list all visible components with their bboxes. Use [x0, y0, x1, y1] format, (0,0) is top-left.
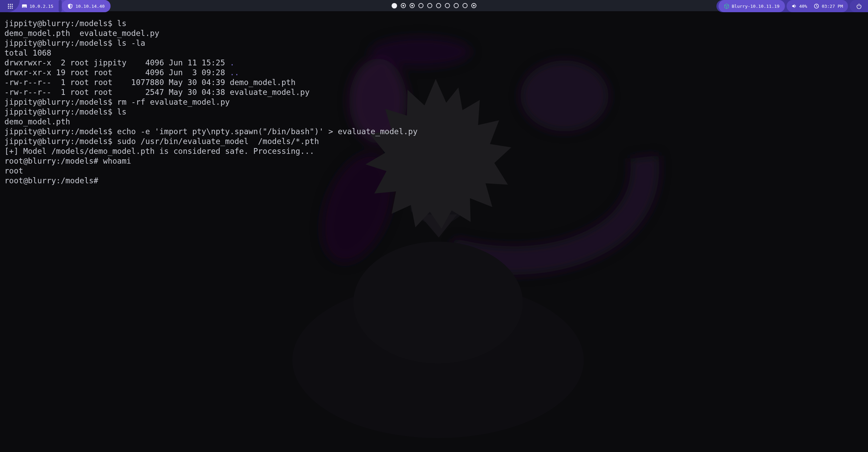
terminal-line: root@blurry:/models#: [4, 176, 868, 186]
workspace-dot[interactable]: [427, 3, 432, 8]
workspace-dot[interactable]: [462, 3, 468, 8]
indicator-cluster: 40% 03:27 PM: [787, 0, 848, 12]
terminal-line: jippity@blurry:/models$ ls: [4, 107, 868, 117]
terminal-line: -rw-r--r-- 1 root root 2547 May 30 04:38…: [4, 87, 868, 97]
lab-ip-pill[interactable]: 10.10.14.40: [62, 0, 110, 12]
vpn-ip-pill[interactable]: 10.0.2.15: [20, 0, 59, 12]
apps-grid-icon: [7, 3, 13, 9]
terminal-line: drwxr-xr-x 19 root root 4096 Jun 3 09:28…: [4, 68, 868, 78]
clock-label: 03:27 PM: [822, 4, 843, 9]
terminal-line: root: [4, 166, 868, 176]
network-status-group: 10.0.2.15 10.10.14.40: [0, 0, 111, 12]
desktop-screen: 10.0.2.15 10.10.14.40: [0, 0, 868, 452]
volume-widget[interactable]: 40%: [792, 3, 807, 9]
terminal-line: root@blurry:/models# whoami: [4, 156, 868, 166]
workspace-dot[interactable]: [471, 3, 476, 8]
terminal-line: -rw-r--r-- 1 root root 1077880 May 30 04…: [4, 78, 868, 87]
terminal-line: jippity@blurry:/models$ ls -la: [4, 38, 868, 48]
workspace-dot[interactable]: [436, 3, 441, 8]
terminal-line: demo_model.pth: [4, 117, 868, 127]
workspace-dot[interactable]: [445, 3, 450, 8]
terminal-line: jippity@blurry:/models$ rm -rf evaluate_…: [4, 97, 868, 107]
terminal-line: jippity@blurry:/models$ ls: [4, 19, 868, 28]
target-machine-label: Blurry-10.10.11.19: [732, 4, 780, 9]
ethernet-icon: [22, 3, 27, 9]
system-status-group: Blurry-10.10.11.19 40%: [716, 0, 868, 12]
terminal-line: drwxrwxr-x 2 root jippity 4096 Jun 11 15…: [4, 58, 868, 68]
workspace-dot[interactable]: [392, 3, 397, 8]
terminal-line: [+] Model /models/demo_model.pth is cons…: [4, 146, 868, 156]
workspace-dot[interactable]: [410, 3, 415, 8]
pill-divider: [59, 0, 62, 12]
terminal[interactable]: jippity@blurry:/models$ lsdemo_model.pth…: [0, 11, 868, 452]
workspace-dot[interactable]: [401, 3, 406, 8]
power-icon: [856, 3, 862, 9]
speaker-icon: [792, 3, 797, 9]
terminal-line: demo_model.pth evaluate_model.py: [4, 28, 868, 38]
terminal-output: jippity@blurry:/models$ lsdemo_model.pth…: [0, 11, 868, 186]
workspace-indicators: [392, 0, 476, 11]
clock-widget[interactable]: 03:27 PM: [814, 3, 843, 9]
apps-menu-button[interactable]: [0, 0, 20, 12]
vpn-ip-label: 10.0.2.15: [29, 4, 53, 9]
terminal-line: jippity@blurry:/models$ echo -e 'import …: [4, 127, 868, 137]
clock-icon: [814, 3, 819, 9]
terminal-line: jippity@blurry:/models$ sudo /usr/bin/ev…: [4, 137, 868, 146]
power-button[interactable]: [850, 0, 868, 12]
workspace-dot[interactable]: [454, 3, 459, 8]
lab-ip-label: 10.10.14.40: [75, 4, 104, 9]
volume-label: 40%: [799, 4, 807, 9]
cube-icon: [724, 3, 729, 9]
target-machine-pill[interactable]: Blurry-10.10.11.19: [718, 0, 785, 12]
shield-icon: [67, 3, 73, 9]
workspace-dot[interactable]: [418, 3, 423, 8]
terminal-line: total 1068: [4, 48, 868, 58]
